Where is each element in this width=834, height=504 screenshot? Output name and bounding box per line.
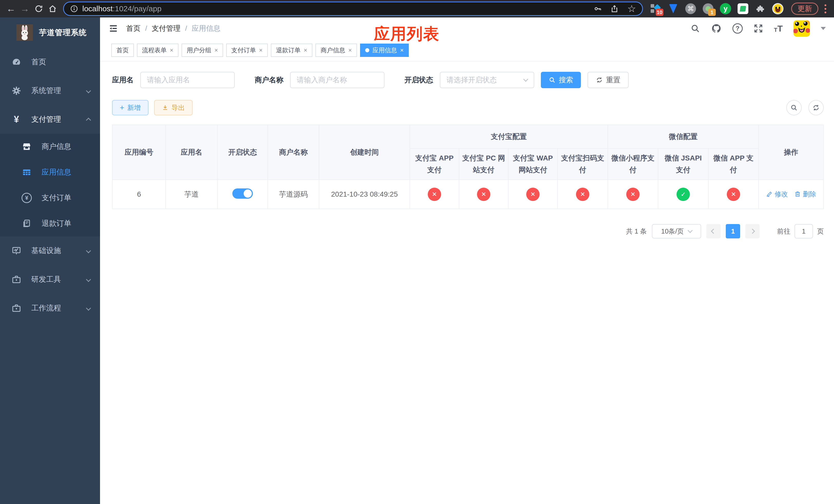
sidebar: 芋道管理系统 首页 系统管理 ¥ 支付管理 <box>0 18 100 504</box>
breadcrumb-payment[interactable]: 支付管理 <box>152 24 180 33</box>
channel-status-icon: ✕ <box>576 188 589 201</box>
chevron-left-icon <box>711 229 716 234</box>
share-icon[interactable] <box>610 5 619 13</box>
col-wx-jsapi: 微信 JSAPI 支付 <box>658 148 708 180</box>
prev-page-button[interactable] <box>706 224 721 238</box>
search-button[interactable]: 搜索 <box>541 72 581 88</box>
current-page-button[interactable]: 1 <box>726 224 740 238</box>
col-alipay-pc: 支付宝 PC 网站支付 <box>459 148 508 180</box>
extension-sketch-icon[interactable]: 10 <box>650 3 661 14</box>
filter-label-app-name: 应用名 <box>112 75 134 85</box>
close-icon[interactable]: × <box>400 47 404 53</box>
tab-process-form[interactable]: 流程表单× <box>137 44 178 57</box>
group-wechat-config: 微信配置 <box>608 125 759 148</box>
sidebar-item-payment[interactable]: ¥ 支付管理 <box>0 105 100 134</box>
browser-back-icon[interactable]: ← <box>4 2 18 16</box>
extension-y-icon[interactable]: y <box>720 3 731 14</box>
help-icon[interactable]: ? <box>732 23 743 33</box>
browser-home-icon[interactable] <box>46 2 60 16</box>
sidebar-item-system[interactable]: 系统管理 <box>0 76 100 105</box>
font-size-icon[interactable]: TT <box>774 24 783 33</box>
page-size-select[interactable]: 10条/页 <box>652 224 701 238</box>
channel-status-icon: ✕ <box>727 188 740 201</box>
yen-icon: ¥ <box>11 115 22 124</box>
browser-menu-icon[interactable] <box>821 4 830 13</box>
avatar-caret-icon[interactable] <box>821 27 826 30</box>
extension-emoji-icon[interactable] <box>772 3 784 14</box>
breadcrumb-home[interactable]: 首页 <box>126 24 140 33</box>
close-icon[interactable]: × <box>304 47 307 53</box>
tab-home[interactable]: 首页 <box>111 44 134 57</box>
sidebar-item-workflow[interactable]: 工作流程 <box>0 294 100 322</box>
cell-app-id: 6 <box>112 180 166 209</box>
extension-command-icon[interactable]: ⌘ <box>685 3 696 14</box>
col-merchant: 商户名称 <box>268 125 319 180</box>
close-icon[interactable]: × <box>259 47 263 53</box>
tab-payment-order[interactable]: 支付订单× <box>226 44 268 57</box>
close-icon[interactable]: × <box>348 47 352 53</box>
table-grid-icon <box>21 167 32 177</box>
top-navbar: 首页 / 支付管理 / 应用信息 ? TT <box>100 18 834 40</box>
add-button[interactable]: + 新增 <box>112 100 149 115</box>
next-page-button[interactable] <box>745 224 760 238</box>
merchant-name-input[interactable] <box>290 72 385 88</box>
browser-toolbar: ← → localhost:1024/pay/app ☆ 10 ⌘ <box>0 0 834 18</box>
extension-badge: 10 <box>656 9 663 16</box>
page-content: 应用名 商户名称 开启状态 请选择开启状态 搜索 重置 <box>100 62 834 504</box>
sidebar-item-dev-tools[interactable]: 研发工具 <box>0 265 100 294</box>
sidebar-item-refund-order[interactable]: 退款订单 <box>0 211 100 236</box>
col-status: 开启状态 <box>218 125 268 180</box>
delete-link[interactable]: 删除 <box>794 190 816 199</box>
user-avatar[interactable] <box>793 20 810 37</box>
sidebar-item-infrastructure[interactable]: 基础设施 <box>0 236 100 265</box>
sidebar-logo[interactable]: 芋道管理系统 <box>0 18 100 48</box>
app-name-input[interactable] <box>140 72 235 88</box>
cell-merchant: 芋道源码 <box>268 180 319 209</box>
status-toggle[interactable] <box>232 188 253 199</box>
reset-button[interactable]: 重置 <box>588 72 629 88</box>
extensions-puzzle-icon[interactable] <box>755 3 766 14</box>
sidebar-item-payment-order[interactable]: ¥ 支付订单 <box>0 185 100 211</box>
extension-chat-icon[interactable] <box>737 3 749 14</box>
col-app-name: 应用名 <box>166 125 218 180</box>
tab-user-group[interactable]: 用户分组× <box>181 44 223 57</box>
apps-table: 应用编号 应用名 开启状态 商户名称 创建时间 支付宝配置 微信配置 操作 支付… <box>112 124 824 209</box>
key-icon[interactable] <box>593 5 602 13</box>
goto-page-input[interactable] <box>794 224 813 238</box>
url-bar[interactable]: localhost:1024/pay/app ☆ <box>63 2 643 16</box>
status-select[interactable]: 请选择开启状态 <box>440 72 534 88</box>
filter-label-merchant-name: 商户名称 <box>255 75 283 85</box>
export-button[interactable]: 导出 <box>154 100 193 115</box>
close-icon[interactable]: × <box>214 47 218 53</box>
chevron-up-icon <box>86 118 91 123</box>
tab-refund-order[interactable]: 退款订单× <box>271 44 312 57</box>
table-toolbar: + 新增 导出 <box>112 100 824 115</box>
close-icon[interactable]: × <box>170 47 173 53</box>
site-info-icon[interactable] <box>70 5 78 13</box>
browser-reload-icon[interactable] <box>32 2 46 16</box>
sidebar-collapse-icon[interactable] <box>108 23 118 33</box>
channel-status-icon: ✕ <box>526 188 540 201</box>
breadcrumb-current: 应用信息 <box>192 24 221 33</box>
col-wx-mini: 微信小程序支付 <box>608 148 658 180</box>
edit-link[interactable]: 修改 <box>766 190 788 199</box>
header-search-icon[interactable] <box>690 24 700 33</box>
github-icon[interactable] <box>711 23 722 34</box>
tab-app-info[interactable]: 应用信息× <box>360 44 409 57</box>
browser-forward-icon[interactable]: → <box>18 2 32 16</box>
sidebar-item-home[interactable]: 首页 <box>0 48 100 76</box>
bookmark-star-icon[interactable]: ☆ <box>627 4 636 14</box>
show-search-toggle-button[interactable] <box>786 100 802 115</box>
dashboard-icon <box>11 57 22 67</box>
tab-merchant-info[interactable]: 商户信息× <box>315 44 357 57</box>
page-annotation: 应用列表 <box>374 23 440 45</box>
extension-gem-icon[interactable] <box>667 3 679 14</box>
sidebar-item-merchant-info[interactable]: 商户信息 <box>0 134 100 159</box>
tags-view: 首页 流程表单× 用户分组× 支付订单× 退款订单× 商户信息× 应用信息× <box>100 40 834 62</box>
refresh-button[interactable] <box>808 100 824 115</box>
fullscreen-icon[interactable] <box>753 24 763 33</box>
extension-recorder-icon[interactable]: 1 <box>702 3 714 14</box>
browser-update-button[interactable]: 更新 <box>791 3 818 15</box>
sidebar-item-app-info[interactable]: 应用信息 <box>0 159 100 185</box>
col-alipay-app: 支付宝 APP 支付 <box>410 148 459 180</box>
